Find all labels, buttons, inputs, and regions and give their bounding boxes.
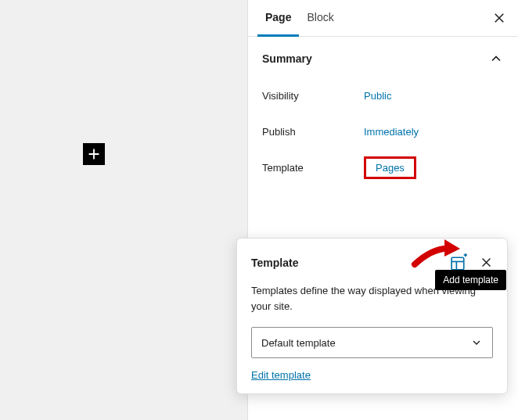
publish-label: Publish [262, 126, 364, 138]
edit-template-link[interactable]: Edit template [251, 369, 311, 381]
summary-title: Summary [262, 52, 312, 65]
template-popover: Template Templates define the way displa… [236, 238, 508, 394]
template-label: Template [262, 162, 364, 174]
summary-section-header[interactable]: Summary [248, 37, 518, 77]
sidebar-tabs: Page Block [248, 0, 518, 37]
template-select[interactable]: Default template [251, 327, 493, 358]
visibility-value[interactable]: Public [364, 90, 391, 102]
publish-value[interactable]: Immediately [364, 126, 419, 138]
close-icon [480, 256, 493, 269]
visibility-row: Visibility Public [262, 77, 504, 113]
template-value[interactable]: Pages [364, 156, 416, 179]
template-row: Template Pages [262, 149, 504, 185]
add-block-button[interactable] [83, 143, 105, 165]
close-icon [492, 11, 506, 25]
close-sidebar-button[interactable] [490, 9, 509, 27]
svg-rect-0 [451, 257, 464, 270]
settings-sidebar: Page Block Summary Visibility Public Pub… [247, 0, 518, 420]
summary-rows: Visibility Public Publish Immediately Te… [248, 77, 518, 204]
close-popover-button[interactable] [480, 256, 493, 269]
template-select-value: Default template [261, 337, 336, 349]
popover-title: Template [251, 257, 298, 269]
chevron-up-icon [488, 51, 504, 66]
visibility-label: Visibility [262, 90, 364, 102]
tab-block[interactable]: Block [299, 1, 341, 37]
chevron-down-icon [470, 336, 483, 349]
tab-page[interactable]: Page [257, 1, 299, 37]
editor-canvas [0, 0, 247, 420]
add-template-tooltip: Add template [435, 270, 506, 290]
publish-row: Publish Immediately [262, 113, 504, 149]
plus-icon [85, 145, 103, 163]
